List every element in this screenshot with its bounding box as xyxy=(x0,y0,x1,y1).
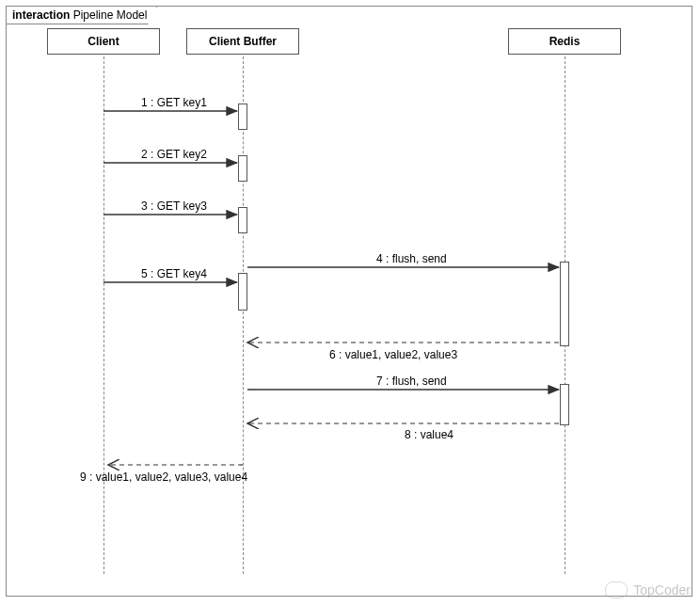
msg-3-label: 3 : GET key3 xyxy=(141,199,207,213)
speech-bubble-icon xyxy=(605,582,628,598)
sequence-frame: interaction Pipeline Model xyxy=(6,6,692,597)
activation-redis-1 xyxy=(560,262,569,346)
activation-buffer-3 xyxy=(238,207,247,233)
msg-9-label: 9 : value1, value2, value3, value4 xyxy=(80,470,247,484)
participant-client: Client xyxy=(47,28,160,55)
activation-buffer-2 xyxy=(238,155,247,182)
msg-2-label: 2 : GET key2 xyxy=(141,148,207,161)
participant-redis: Redis xyxy=(508,28,621,55)
msg-8-label: 8 : value4 xyxy=(405,428,453,441)
frame-keyword: interaction xyxy=(12,8,70,22)
watermark-text: TopCoder xyxy=(633,582,691,598)
activation-buffer-1 xyxy=(238,104,247,130)
activation-redis-2 xyxy=(560,384,569,425)
watermark: TopCoder xyxy=(605,582,691,598)
msg-1-label: 1 : GET key1 xyxy=(141,96,207,109)
activation-buffer-5 xyxy=(238,273,247,311)
lifeline-client-buffer xyxy=(243,56,244,574)
msg-7-label: 7 : flush, send xyxy=(376,375,447,388)
frame-title: interaction Pipeline Model xyxy=(6,6,157,24)
msg-4-label: 4 : flush, send xyxy=(376,252,447,265)
lifeline-client xyxy=(103,56,104,574)
frame-name: Pipeline Model xyxy=(73,8,148,22)
participant-client-buffer: Client Buffer xyxy=(186,28,299,55)
msg-5-label: 5 : GET key4 xyxy=(141,267,207,280)
msg-6-label: 6 : value1, value2, value3 xyxy=(329,348,457,361)
